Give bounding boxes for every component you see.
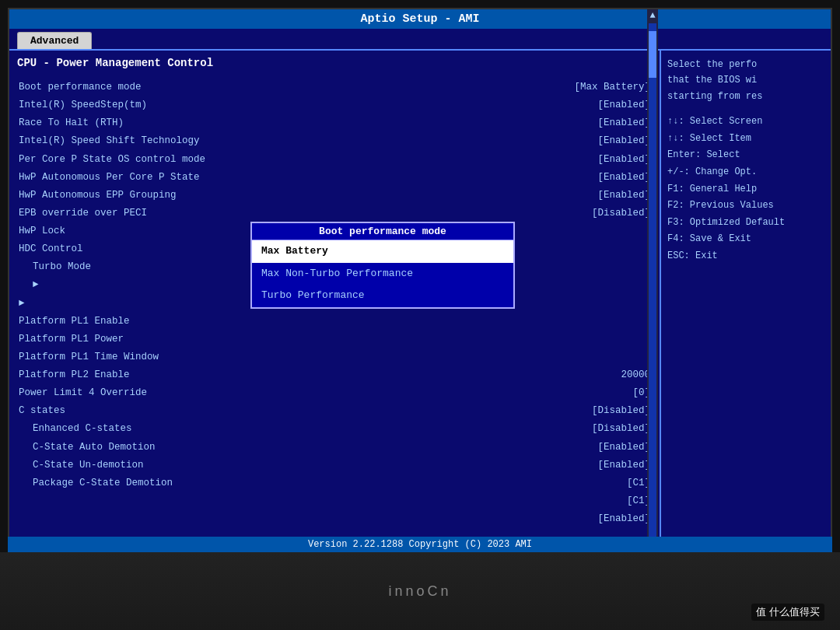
scrollbar[interactable]: ▲ ▼ [647, 9, 658, 551]
right-panel: Select the perfo that the BIOS wi starti… [660, 51, 831, 548]
help-keys: ↑↓: Select Screen ↑↓: Select Item Enter:… [667, 114, 824, 264]
bios-screen: Aptio Setup - AMI Advanced CPU - Power M… [8, 8, 832, 552]
dropdown-option-turbo-performance[interactable]: Turbo Performance [252, 285, 513, 307]
main-content: CPU - Power Management Control Boot perf… [9, 51, 831, 548]
key-select-item: ↑↓: Select Item [667, 131, 824, 148]
list-item[interactable]: HwP Autonomous EPP Grouping [Enabled] [17, 187, 652, 205]
list-item[interactable]: Per Core P State OS control mode [Enable… [17, 151, 652, 169]
scroll-up-icon[interactable]: ▲ [649, 9, 655, 22]
arrow-icon: ► [19, 295, 25, 313]
left-panel: CPU - Power Management Control Boot perf… [9, 51, 660, 548]
list-item[interactable]: Boot performance mode [Max Battery] [17, 79, 652, 96]
title-bar: Aptio Setup - AMI [9, 9, 831, 29]
key-change-opt: +/-: Change Opt. [667, 164, 824, 181]
scrollbar-track [649, 23, 656, 537]
watermark-label: 值 什么值得买 [751, 604, 824, 621]
dropdown-title: Boot performance mode [252, 223, 513, 240]
version-text: Version 2.22.1288 Copyright (C) 2023 AMI [308, 539, 532, 550]
list-item[interactable]: Intel(R) Speed Shift Technology [Enabled… [17, 132, 652, 150]
version-bar: Version 2.22.1288 Copyright (C) 2023 AMI [8, 537, 832, 552]
list-item[interactable]: C-State Auto Demotion [Enabled] [17, 439, 652, 457]
list-item[interactable]: Package C-State Demotion [C1] [17, 474, 652, 492]
tab-row: Advanced [9, 29, 831, 51]
scrollbar-thumb[interactable] [649, 31, 656, 78]
help-text: Select the perfo that the BIOS wi starti… [667, 57, 824, 104]
list-item[interactable]: Race To Halt (RTH) [Enabled] [17, 114, 652, 132]
list-item[interactable]: Platform PL1 Power [17, 331, 652, 348]
key-f1-help: F1: General Help [667, 181, 824, 198]
list-item[interactable]: Intel(R) SpeedStep(tm) [Enabled] [17, 96, 652, 114]
monitor-base: innoCn [0, 552, 840, 630]
arrow-icon: ► [33, 276, 39, 294]
dropdown-option-max-non-turbo[interactable]: Max Non-Turbo Performance [252, 263, 513, 285]
page-title: CPU - Power Management Control [17, 57, 652, 69]
help-line-2: that the BIOS wi [667, 72, 824, 88]
key-esc-exit: ESC: Exit [667, 248, 824, 265]
list-item[interactable]: Power Limit 4 Override [0] [17, 384, 652, 402]
list-item[interactable]: Platform PL1 Time Window [17, 348, 652, 366]
key-f3-opt: F3: Optimized Default [667, 215, 824, 232]
key-enter-select: Enter: Select [667, 147, 824, 164]
help-line-1: Select the perfo [667, 57, 824, 72]
list-item[interactable]: [Enabled] [17, 510, 652, 528]
help-line-3: starting from res [667, 89, 824, 104]
key-f4-save: F4: Save & Exit [667, 231, 824, 248]
key-f2-prev: F2: Previous Values [667, 198, 824, 215]
bios-title: Aptio Setup - AMI [360, 12, 479, 26]
dropdown-option-max-battery[interactable]: Max Battery [252, 240, 513, 263]
list-item[interactable]: EPB override over PECI [Disabled] [17, 205, 652, 222]
list-item[interactable]: HwP Autonomous Per Core P State [Enabled… [17, 169, 652, 187]
dropdown-popup: Boot performance mode Max Battery Max No… [250, 222, 515, 309]
list-item[interactable]: Enhanced C-states [Disabled] [17, 420, 652, 438]
list-item[interactable]: Platform PL1 Enable [17, 313, 652, 331]
advanced-tab[interactable]: Advanced [17, 32, 92, 49]
key-select-screen: ↑↓: Select Screen [667, 114, 824, 131]
list-item[interactable]: C states [Disabled] [17, 402, 652, 420]
list-item[interactable]: Platform PL2 Enable 20000 [17, 366, 652, 384]
list-item[interactable]: C-State Un-demotion [Enabled] [17, 457, 652, 474]
monitor-brand-label: innoCn [388, 583, 451, 600]
list-item[interactable]: [C1] [17, 492, 652, 510]
